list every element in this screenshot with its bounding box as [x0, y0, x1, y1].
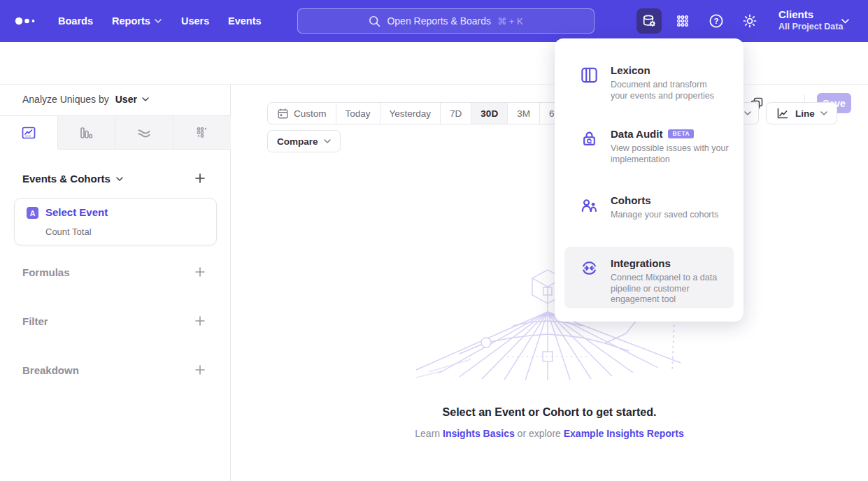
chevron-down-icon — [820, 111, 827, 115]
apps-grid-icon — [674, 13, 691, 29]
database-gear-icon — [641, 13, 657, 29]
menu-item-description: Connect Mixpanel to a data pipeline or c… — [611, 273, 734, 306]
menu-item-description: Document and transform your events and p… — [611, 80, 724, 101]
tab-insights-line[interactable] — [0, 116, 58, 150]
menu-item-lexicon[interactable]: Lexicon Document and transform your even… — [580, 64, 724, 101]
plus-icon — [194, 315, 206, 326]
help-icon: ? — [708, 13, 725, 29]
date-range-label: Custom — [294, 108, 327, 119]
middle-text: or explore — [518, 428, 561, 439]
line-chart-icon — [776, 106, 790, 120]
nav-item-reports[interactable]: Reports — [112, 0, 162, 42]
select-event-card[interactable]: A Select Event Count Total — [14, 198, 217, 245]
nav-label: Events — [228, 15, 262, 27]
empty-state-subtitle: Learn Insights Basics or explore Example… — [231, 428, 868, 439]
menu-item-data-audit[interactable]: Data Audit BETA View possible issues wit… — [580, 128, 745, 165]
calendar-icon — [277, 108, 289, 120]
chevron-down-icon — [841, 19, 849, 24]
learn-prefix: Learn — [415, 428, 440, 439]
filter-section-label: Filter — [22, 315, 48, 327]
insights-basics-link[interactable]: Insights Basics — [443, 428, 515, 439]
search-icon — [369, 15, 380, 27]
beta-badge: BETA — [668, 129, 694, 139]
menu-item-title: Lexicon — [611, 64, 724, 76]
empty-state-title: Select an Event or Cohort to get started… — [231, 406, 868, 419]
date-range-segmented-control: Custom Today Yesterday 7D 30D 3M 6M — [267, 102, 572, 124]
event-series-badge: A — [27, 207, 38, 219]
breakdown-section-label: Breakdown — [22, 364, 79, 376]
date-range-custom[interactable]: Custom — [268, 103, 336, 124]
project-selector[interactable]: Clients All Project Data — [778, 8, 843, 33]
menu-item-integrations[interactable]: Integrations Connect Mixpanel to a data … — [564, 247, 734, 308]
global-search-input[interactable]: Open Reports & Boards ⌘ + K — [297, 8, 595, 34]
compare-button[interactable]: Compare — [267, 130, 341, 152]
events-cohorts-section-header[interactable]: Events & Cohorts — [22, 173, 123, 185]
search-placeholder: Open Reports & Boards — [387, 15, 491, 27]
section-label: Events & Cohorts — [22, 173, 111, 185]
help-button[interactable]: ? — [704, 8, 729, 34]
chart-style-label: Line — [795, 108, 815, 119]
menu-item-description: View possible issues with your implement… — [611, 143, 745, 165]
cohorts-icon — [580, 196, 599, 215]
data-audit-icon — [580, 129, 599, 148]
date-range-today[interactable]: Today — [336, 103, 380, 124]
tab-flows[interactable] — [115, 116, 173, 149]
apps-grid-button[interactable] — [670, 8, 695, 34]
chevron-down-icon — [155, 19, 162, 23]
date-range-yesterday[interactable]: Yesterday — [380, 103, 441, 124]
add-breakdown-button[interactable] — [192, 362, 208, 378]
gear-icon — [741, 13, 758, 29]
lexicon-icon — [580, 66, 599, 85]
compare-label: Compare — [277, 136, 318, 147]
add-formula-button[interactable] — [192, 264, 208, 280]
add-filter-button[interactable] — [192, 313, 208, 329]
search-shortcut: ⌘ + K — [497, 16, 523, 27]
menu-item-title: Integrations — [611, 257, 734, 269]
chart-type-tabs — [0, 115, 231, 150]
mixpanel-logo-icon[interactable] — [14, 14, 42, 28]
menu-item-title: Data Audit — [611, 128, 662, 140]
date-range-7d[interactable]: 7D — [441, 103, 471, 124]
date-range-3m[interactable]: 3M — [508, 103, 540, 124]
retention-tab-icon — [194, 124, 211, 141]
menu-item-cohorts[interactable]: Cohorts Manage your saved cohorts — [580, 194, 718, 221]
tab-retention[interactable] — [173, 116, 232, 149]
flows-tab-icon — [136, 124, 152, 141]
nav-item-boards[interactable]: Boards — [58, 0, 93, 42]
plus-icon — [194, 364, 206, 375]
data-management-button[interactable] — [636, 8, 662, 34]
chevron-down-icon — [324, 139, 331, 143]
mixpanel-insights-page: Boards Reports Users Events Open Reports… — [0, 0, 868, 481]
chevron-down-icon — [744, 111, 751, 115]
example-reports-link[interactable]: Example Insights Reports — [564, 428, 684, 439]
menu-item-title: Cohorts — [611, 194, 718, 206]
nav-label: Reports — [112, 15, 150, 27]
nav-label: Users — [181, 15, 209, 27]
tab-bar-chart[interactable] — [58, 116, 116, 149]
nav-item-events[interactable]: Events — [228, 0, 262, 42]
integrations-icon — [580, 259, 599, 278]
bar-chart-tab-icon — [78, 124, 94, 141]
line-chart-tab-icon — [20, 124, 37, 141]
chevron-down-icon — [142, 97, 149, 101]
menu-item-description: Manage your saved cohorts — [611, 210, 718, 221]
add-event-button[interactable] — [192, 171, 208, 186]
select-event-label: Select Event — [45, 206, 108, 218]
plus-icon — [194, 173, 206, 184]
top-navigation-bar: Boards Reports Users Events Open Reports… — [0, 0, 868, 42]
svg-text:?: ? — [713, 17, 718, 25]
analyze-value: User — [115, 94, 137, 105]
chart-style-dropdown[interactable]: Line — [766, 102, 837, 124]
settings-button[interactable] — [737, 8, 762, 34]
nav-item-users[interactable]: Users — [181, 0, 209, 42]
nav-label: Boards — [58, 15, 93, 27]
formulas-section-label: Formulas — [22, 266, 70, 278]
date-range-30d[interactable]: 30D — [471, 103, 508, 124]
count-total-label[interactable]: Count Total — [45, 227, 92, 237]
analyze-label: Analyze Uniques by — [22, 94, 109, 105]
plus-icon — [194, 266, 206, 278]
data-management-dropdown-menu: Lexicon Document and transform your even… — [555, 38, 744, 322]
query-builder-sidebar: Analyze Uniques by User — [0, 85, 231, 481]
chevron-down-icon — [116, 177, 123, 181]
analyze-uniques-selector[interactable]: Analyze Uniques by User — [22, 94, 149, 105]
